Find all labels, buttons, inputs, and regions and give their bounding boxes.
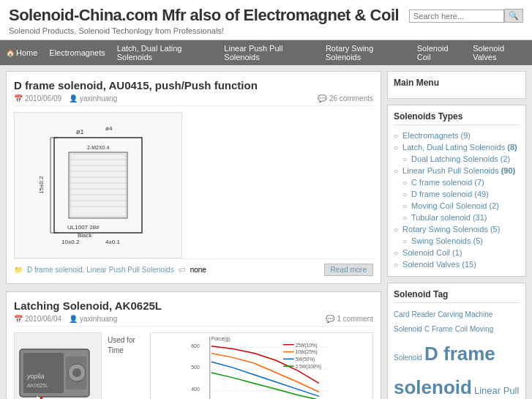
type-electromagnets: ○ Electromagnets (9)	[394, 130, 520, 141]
main-content: D frame solenoid, AU0415, push/Push func…	[6, 71, 381, 399]
type-link-latch[interactable]: Latch, Dual Lating Solenoids (8)	[402, 143, 517, 152]
sidebar-types-box: Solenoids Types ○ Electromagnets (9) ○ L…	[387, 105, 526, 277]
svg-text:5W(50%): 5W(50%)	[296, 357, 315, 362]
svg-text:15±0.2: 15±0.2	[38, 176, 45, 194]
circle-icon-11: ○	[394, 249, 398, 257]
post-1-date: 📅 2010/06/09	[14, 94, 61, 102]
calendar-icon: 📅	[14, 94, 23, 102]
type-link-valves[interactable]: Solenoid Valves (15)	[402, 260, 476, 269]
svg-text:Black: Black	[78, 232, 93, 239]
svg-text:UL1007 28#: UL1007 28#	[67, 224, 100, 231]
post-1-image: ø1 ø4 15±0.2	[14, 112, 182, 258]
type-link-rotary[interactable]: Rotary Swing Solenoids (5)	[402, 225, 500, 234]
svg-text:10±0.2: 10±0.2	[61, 239, 80, 245]
type-link-dual[interactable]: Dual Latching Solenoids (2)	[411, 154, 510, 163]
svg-text:400: 400	[191, 387, 200, 392]
search-button[interactable]: 🔍	[504, 9, 523, 23]
post-card-1: D frame solenoid, AU0415, push/Push func…	[6, 71, 381, 284]
type-latch: ○ Latch, Dual Lating Solenoids (8)	[394, 141, 520, 153]
circle-icon-12: ○	[394, 261, 398, 269]
user-icon-2: 👤	[69, 315, 78, 323]
nav-electromagnets[interactable]: Electromagnets	[43, 45, 110, 61]
user-icon: 👤	[69, 94, 78, 102]
svg-text:yoplia: yoplia	[26, 373, 45, 380]
svg-rect-8	[70, 154, 126, 217]
svg-text:500: 500	[191, 365, 200, 370]
search-input[interactable]	[409, 10, 504, 23]
type-rotary: ○ Rotary Swing Solenoids (5)	[394, 223, 520, 235]
type-link-linear[interactable]: Linear Push Pull Solenoids (90)	[402, 166, 515, 175]
post-2-chart: 600 500 400 Force(g)	[150, 332, 373, 399]
type-d-frame: ○ D frame solenoid (49)	[394, 188, 520, 200]
type-linear: ○ Linear Push Pull Solenoids (90)	[394, 165, 520, 176]
tags-label: Solenoid Tag	[394, 289, 520, 303]
types-label: Solenoids Types	[394, 111, 520, 125]
tag-cframe-coil[interactable]: C Frame Coil	[424, 325, 468, 333]
svg-text:AK0625L: AK0625L	[27, 383, 48, 388]
type-link-solenoidcoil[interactable]: Solenoid Coil (1)	[402, 248, 462, 257]
type-link-cframe[interactable]: C frame solenoid (7)	[411, 178, 484, 187]
circle-icon-6: ○	[402, 190, 407, 198]
svg-text:600: 600	[191, 343, 200, 348]
svg-point-27	[72, 368, 81, 377]
circle-icon-3: ○	[402, 155, 407, 163]
latching-solenoid-img: yoplia AK0625L Recorder	[16, 335, 100, 400]
post-1-meta: 📅 2010/06/09 👤 yaxinhuang 💬 26 comments	[14, 94, 373, 106]
type-c-frame: ○ C frame solenoid (7)	[394, 176, 520, 188]
nav-linear-push-pull[interactable]: Linear Push Pull Solenoids	[218, 40, 320, 65]
circle-icon-9: ○	[394, 225, 398, 234]
post-1-read-more[interactable]: Read more	[324, 264, 373, 276]
sidebar-main-menu: Main Menu	[387, 71, 526, 99]
circle-icon-7: ○	[402, 202, 407, 210]
calendar-icon-2: 📅	[14, 315, 23, 323]
circle-icon: ○	[394, 132, 398, 140]
post-1-tag-link-1[interactable]: D frame solenoid, Linear Push Pull Solen…	[27, 266, 174, 274]
circle-icon-10: ○	[402, 237, 407, 245]
types-list: ○ Electromagnets (9) ○ Latch, Dual Latin…	[394, 130, 520, 270]
svg-text:10W(25%): 10W(25%)	[296, 349, 318, 355]
svg-text:4±0.1: 4±0.1	[105, 239, 121, 245]
post-2-date: 📅 2010/06/04	[14, 315, 61, 323]
post-2-content: yoplia AK0625L Recorder Used for Time 60…	[14, 332, 373, 399]
svg-text:ø4: ø4	[105, 125, 113, 132]
nav-home[interactable]: 🏠 Home	[0, 45, 43, 61]
circle-icon-5: ○	[402, 179, 407, 187]
site-subtitle: Solenoid Products, Solenoid Techonlogy f…	[9, 26, 399, 35]
type-link-electromagnets[interactable]: Electromagnets (9)	[402, 131, 471, 140]
post-card-2: Latching Solenoid, AK0625L 📅 2010/06/04 …	[6, 291, 381, 399]
site-header: Solenoid-China.com Mfr also of Electroma…	[0, 0, 532, 40]
tag-icon: 🏷	[179, 266, 186, 274]
type-moving-coil: ○ Moving Coil Solenoid (2)	[394, 200, 520, 212]
svg-text:ø1: ø1	[76, 128, 84, 135]
type-swing: ○ Swing Solenoids (5)	[394, 235, 520, 247]
sidebar: Main Menu Solenoids Types ○ Electromagne…	[387, 71, 526, 399]
force-chart: 600 500 400 Force(g)	[151, 333, 372, 399]
type-link-tubular[interactable]: Tubular solenoid (31)	[411, 213, 487, 222]
tag-card-reader[interactable]: Card Reader	[394, 310, 435, 318]
post-1-author: 👤 yaxinhuang	[69, 94, 117, 102]
comment-icon: 💬	[318, 94, 326, 102]
nav-latch-solenoids[interactable]: Latch, Dual Lating Solenoids	[111, 40, 219, 65]
post-1-comments: 💬 26 comments	[318, 94, 373, 102]
nav-valves[interactable]: Solenoid Valves	[467, 40, 532, 65]
post-1-title: D frame solenoid, AU0415, push/Push func…	[14, 79, 373, 92]
nav-coil[interactable]: Solenoid Coil	[411, 40, 467, 65]
post-2-comments: 💬 1 comment	[326, 315, 373, 323]
type-coil: ○ Solenoid Coil (1)	[394, 247, 520, 258]
nav-rotary-swing[interactable]: Rotary Swing Solenoids	[320, 40, 411, 65]
type-dual-latching: ○ Dual Latching Solenoids (2)	[394, 153, 520, 165]
sidebar-tags-box: Solenoid Tag Card Reader Carving Machine…	[387, 283, 526, 399]
post-1-extra-tags: none	[190, 266, 206, 274]
type-link-swing[interactable]: Swing Solenoids (5)	[411, 236, 483, 245]
post-2-photo: yoplia AK0625L Recorder	[14, 332, 102, 399]
svg-text:25W(10%): 25W(10%)	[296, 343, 318, 348]
type-link-movingcoil[interactable]: Moving Coil Solenoid (2)	[411, 201, 499, 210]
home-icon: 🏠	[6, 49, 15, 57]
type-tubular: ○ Tubular solenoid (31)	[394, 212, 520, 223]
svg-text:Force(g): Force(g)	[211, 336, 231, 342]
circle-icon-4: ○	[394, 167, 398, 175]
folder-icon: 📁	[14, 266, 23, 274]
svg-text:2-M2X0.4: 2-M2X0.4	[87, 145, 109, 150]
main-menu-label: Main Menu	[394, 78, 520, 88]
type-link-dframe[interactable]: D frame solenoid (49)	[411, 190, 489, 198]
